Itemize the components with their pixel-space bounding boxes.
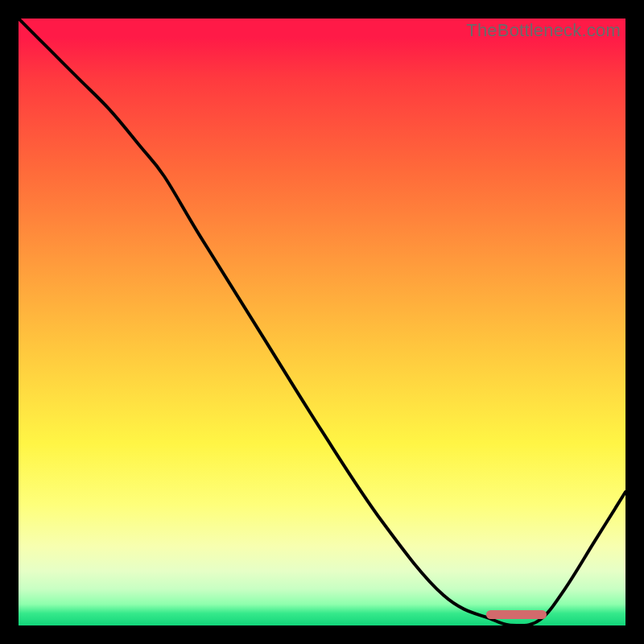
watermark-text: TheBottleneck.com	[466, 20, 621, 41]
optimal-range-marker	[486, 610, 547, 619]
bottleneck-curve	[19, 19, 625, 625]
chart-frame: TheBottleneck.com	[19, 19, 625, 625]
curve-path	[19, 19, 625, 625]
